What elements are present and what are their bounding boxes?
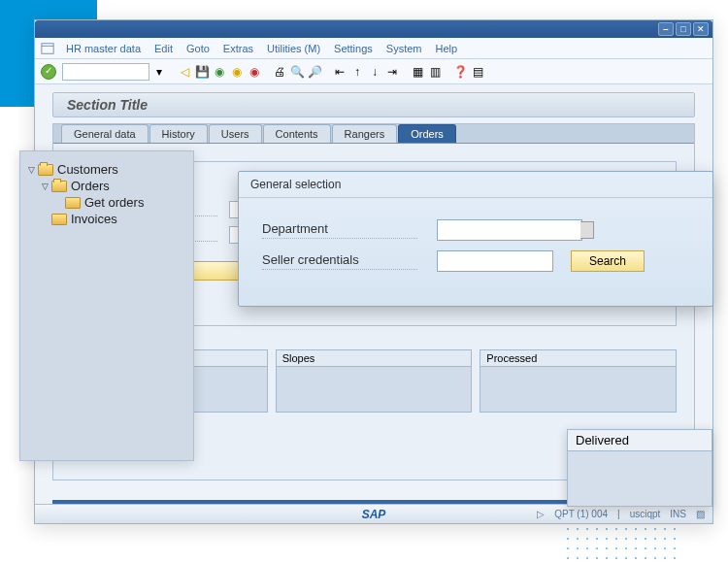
dropdown-icon[interactable]: ▾ (151, 64, 167, 80)
back-icon[interactable]: ◁ (177, 64, 192, 80)
tree-label: Customers (57, 162, 118, 177)
command-field[interactable] (62, 63, 149, 81)
database-icon[interactable] (580, 221, 594, 239)
input-department[interactable] (437, 219, 582, 241)
find-next-icon[interactable]: 🔎 (307, 64, 322, 80)
section-title: Section Title (52, 92, 695, 117)
order-box-slopes: Slopes (276, 349, 473, 413)
sap-logo: SAP (362, 508, 386, 521)
first-page-icon[interactable]: ⇤ (332, 64, 347, 80)
folder-icon (51, 214, 67, 225)
back-green-icon[interactable]: ◉ (212, 64, 227, 80)
tree-orders[interactable]: ▽ Orders (28, 178, 185, 194)
label-seller-credentials: Seller credentials (262, 252, 417, 270)
tab-orders[interactable]: Orders (398, 124, 456, 143)
menu-extras[interactable]: Extras (217, 41, 259, 56)
exit-icon[interactable]: ◉ (229, 64, 245, 80)
order-box-processed: Processed (480, 349, 677, 413)
find-icon[interactable]: 🔍 (289, 64, 305, 80)
label-department: Department (262, 221, 417, 239)
menu-settings[interactable]: Settings (328, 41, 379, 56)
tree-label: Get orders (84, 195, 144, 210)
layout-icon[interactable]: ▤ (470, 64, 485, 80)
next-page-icon[interactable]: ↓ (367, 64, 382, 80)
tree-invoices[interactable]: Invoices (28, 211, 185, 227)
menu-system[interactable]: System (381, 41, 428, 56)
help-icon[interactable]: ❓ (452, 64, 468, 80)
delivered-box: Delivered (567, 429, 712, 507)
titlebar: ‒ □ ✕ (35, 20, 712, 38)
folder-icon (65, 197, 81, 209)
general-selection-popout: General selection Department Seller cred… (238, 171, 713, 307)
status-user: usciqpt (630, 509, 661, 519)
order-box-header: Processed (480, 350, 676, 367)
close-button[interactable]: ✕ (693, 22, 709, 36)
svg-rect-0 (42, 43, 53, 53)
tabbar: General data History Users Contents Rang… (53, 124, 694, 144)
status-grip-icon[interactable]: ▨ (696, 509, 705, 519)
folder-icon (38, 164, 53, 176)
tab-contents[interactable]: Contents (263, 124, 331, 143)
status-system: QPT (1) 004 (554, 509, 608, 519)
delivered-header: Delivered (568, 430, 711, 451)
statusbar: SAP ▷ QPT (1) 004 | usciqpt INS ▨ (35, 504, 712, 523)
print-icon[interactable]: 🖨 (272, 64, 287, 80)
status-mode: INS (670, 509, 686, 519)
order-box-header: Slopes (277, 350, 472, 367)
status-play-icon[interactable]: ▷ (537, 509, 545, 519)
menubar: HR master data Edit Goto Extras Utilitie… (35, 38, 712, 59)
menu-utilities[interactable]: Utilities (M) (261, 41, 326, 56)
menu-hr-master-data[interactable]: HR master data (60, 41, 147, 56)
tree-panel: ▽ Customers ▽ Orders Get orders Invoices (19, 150, 194, 461)
save-icon[interactable]: 💾 (194, 64, 210, 80)
new-session-icon[interactable]: ▦ (410, 64, 425, 80)
maximize-button[interactable]: □ (676, 22, 691, 36)
prev-page-icon[interactable]: ↑ (349, 64, 365, 80)
last-page-icon[interactable]: ⇥ (384, 64, 400, 80)
menu-help[interactable]: Help (429, 41, 463, 56)
folder-icon (51, 181, 67, 192)
input-seller-credentials[interactable] (437, 250, 553, 272)
menu-edit[interactable]: Edit (149, 41, 179, 56)
tree-get-orders[interactable]: Get orders (28, 194, 185, 211)
expand-icon[interactable]: ▽ (42, 182, 51, 191)
enter-button[interactable] (41, 64, 56, 80)
popout-search-button[interactable]: Search (571, 250, 645, 272)
tab-general-data[interactable]: General data (61, 124, 149, 143)
menu-icon (41, 42, 54, 55)
tab-history[interactable]: History (149, 124, 208, 143)
tab-rangers[interactable]: Rangers (332, 124, 398, 143)
cancel-icon[interactable]: ◉ (247, 64, 262, 80)
tree-customers[interactable]: ▽ Customers (28, 161, 185, 178)
menu-goto[interactable]: Goto (181, 41, 215, 56)
toolbar: ▾ ◁ 💾 ◉ ◉ ◉ 🖨 🔍 🔎 ⇤ ↑ ↓ ⇥ ▦ ▥ ❓ ▤ (35, 59, 712, 84)
tree-label: Orders (71, 179, 110, 193)
tree-label: Invoices (71, 212, 117, 226)
tab-users[interactable]: Users (209, 124, 262, 143)
expand-icon[interactable]: ▽ (28, 165, 38, 175)
minimize-button[interactable]: ‒ (658, 22, 674, 36)
status-divider: | (617, 509, 620, 519)
popout-title: General selection (239, 172, 712, 198)
shortcut-icon[interactable]: ▥ (427, 64, 443, 80)
